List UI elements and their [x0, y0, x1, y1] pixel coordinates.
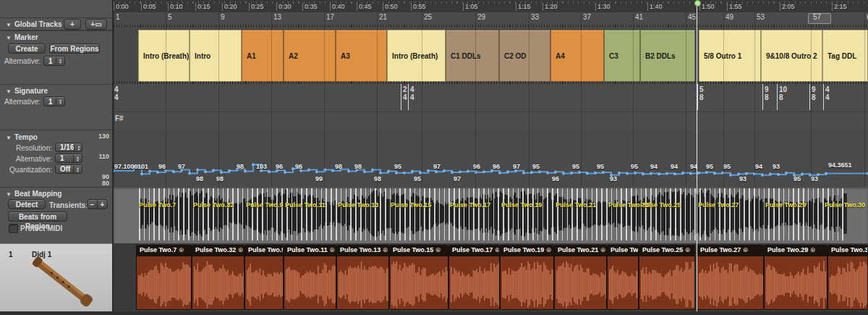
disclosure-triangle-icon[interactable]: ▼: [6, 88, 12, 95]
tempo-node[interactable]: [140, 172, 143, 175]
tempo-node[interactable]: [594, 172, 597, 175]
signature-event[interactable]: 24: [403, 85, 407, 101]
tempo-node[interactable]: [451, 171, 454, 174]
tempo-node[interactable]: [498, 172, 501, 175]
audio-region[interactable]: Pulse Two.17 ⊕: [448, 245, 500, 310]
tempo-node[interactable]: [387, 170, 390, 173]
tempo-node[interactable]: [546, 172, 549, 175]
beat-mapping-lane[interactable]: Pulse Two.7Pulse Two.32Pulse Two.9Pulse …: [114, 187, 868, 244]
tempo-node[interactable]: [586, 172, 589, 175]
tempo-node[interactable]: [618, 172, 621, 175]
tempo-node[interactable]: [371, 168, 374, 171]
marker-region[interactable]: B2 DDLs: [640, 30, 695, 82]
tempo-node[interactable]: [681, 172, 684, 175]
signature-event[interactable]: 44: [825, 85, 830, 101]
audio-region[interactable]: Pulse Two.11 ⊕: [284, 245, 336, 310]
marker-region[interactable]: 5/8 Outro 1: [699, 30, 761, 82]
beat-detect-button[interactable]: Detect: [8, 199, 46, 209]
signature-event[interactable]: 98: [812, 85, 816, 101]
disclosure-triangle-icon[interactable]: ▼: [6, 22, 12, 28]
tempo-node[interactable]: [626, 172, 629, 175]
tempo-quantization-stepper[interactable]: Off▲▼: [55, 164, 82, 174]
stepper-arrows-icon[interactable]: ▲▼: [74, 144, 82, 151]
audio-region[interactable]: Pulse Two.7 ⊕: [136, 245, 192, 310]
tempo-node[interactable]: [673, 172, 676, 175]
tempo-node[interactable]: [801, 172, 804, 175]
signature-event[interactable]: 44: [114, 85, 119, 101]
tempo-node[interactable]: [188, 172, 191, 175]
tempo-node[interactable]: [745, 172, 748, 175]
stepper-arrows-icon[interactable]: ▲▼: [73, 166, 82, 173]
tempo-node[interactable]: [443, 169, 446, 172]
marker-region[interactable]: C1 DDLs: [446, 30, 499, 82]
stepper-arrows-icon[interactable]: ▲▼: [56, 98, 64, 105]
marker-region[interactable]: C2 OD: [499, 30, 550, 82]
tempo-node[interactable]: [777, 173, 780, 176]
marker-alternative-stepper[interactable]: 1▲▼: [43, 56, 65, 66]
marker-region[interactable]: A1: [242, 30, 284, 82]
marker-create-button[interactable]: Create: [8, 43, 46, 54]
marker-region[interactable]: Intro (Breath): [138, 30, 190, 82]
tempo-node[interactable]: [697, 172, 700, 175]
tempo-node[interactable]: [315, 170, 318, 173]
tempo-node[interactable]: [331, 169, 334, 172]
audio-region[interactable]: Pulse Two.9 ⊕: [244, 245, 284, 310]
bottom-scroll-strip[interactable]: [0, 311, 868, 315]
transient-plus-button[interactable]: +: [97, 199, 108, 209]
audio-region[interactable]: Pulse Two.25 ⊕: [639, 245, 695, 310]
tempo-node[interactable]: [642, 172, 644, 175]
tempo-node[interactable]: [689, 172, 692, 175]
tempo-node[interactable]: [729, 174, 732, 177]
tempo-node[interactable]: [244, 170, 247, 173]
tempo-node[interactable]: [538, 170, 541, 173]
audio-region[interactable]: Pulse Two.30 ⊕: [827, 245, 868, 310]
marker-region[interactable]: Intro: [190, 30, 242, 82]
tempo-node[interactable]: [435, 170, 438, 173]
tempo-node[interactable]: [522, 172, 525, 175]
disclosure-triangle-icon[interactable]: ▼: [6, 191, 12, 198]
time-ruler[interactable]: 0:000:050:100:150:200:250:300:350:400:45…: [114, 0, 868, 13]
audio-region[interactable]: Pulse Two.23 ⊕: [607, 245, 639, 310]
marker-region[interactable]: C3: [604, 30, 640, 82]
configure-global-tracks-button[interactable]: +▭: [85, 19, 107, 30]
tempo-node[interactable]: [252, 163, 255, 166]
marker-region[interactable]: A3: [336, 30, 387, 82]
signature-event[interactable]: 108: [779, 85, 787, 101]
tempo-node[interactable]: [482, 170, 485, 173]
marker-region[interactable]: A4: [550, 30, 604, 82]
tempo-node[interactable]: [172, 170, 175, 173]
beats-from-region-button[interactable]: Beats from Region: [8, 211, 67, 222]
audio-track-lane[interactable]: Pulse Two.7 ⊕Pulse Two.32 ⊕Pulse Two.9 ⊕…: [114, 243, 868, 311]
stepper-arrows-icon[interactable]: ▲▼: [73, 155, 82, 162]
tempo-node[interactable]: [292, 167, 294, 170]
tempo-node[interactable]: [268, 170, 271, 173]
tempo-node[interactable]: [212, 169, 215, 172]
audio-region[interactable]: Pulse Two.15 ⊕: [389, 245, 448, 310]
tempo-node[interactable]: [562, 172, 565, 175]
tempo-node[interactable]: [570, 172, 573, 175]
tempo-node[interactable]: [506, 170, 509, 173]
tempo-node[interactable]: [761, 174, 764, 177]
add-global-track-button[interactable]: +: [64, 19, 81, 30]
tempo-node[interactable]: [411, 170, 414, 173]
signature-event[interactable]: 98: [765, 85, 769, 101]
marker-region[interactable]: Intro (Breath): [387, 30, 446, 82]
tempo-node[interactable]: [196, 168, 199, 171]
tempo-node[interactable]: [204, 170, 207, 173]
tempo-node[interactable]: [554, 170, 557, 173]
tempo-node[interactable]: [395, 172, 398, 175]
tempo-node[interactable]: [307, 168, 310, 171]
tempo-node[interactable]: [650, 172, 652, 175]
tempo-node[interactable]: [427, 169, 430, 172]
marker-from-regions-button[interactable]: From Regions: [49, 43, 100, 54]
marker-region[interactable]: Tag DDL: [822, 30, 868, 82]
tempo-node[interactable]: [467, 170, 469, 173]
tempo-node[interactable]: [825, 172, 827, 175]
tempo-node[interactable]: [379, 172, 382, 175]
audio-region[interactable]: Pulse Two.19 ⊕: [500, 245, 554, 310]
marker-region[interactable]: 9&10/8 Outro 2: [761, 30, 822, 82]
audio-region[interactable]: Pulse Two.32 ⊕: [192, 245, 244, 310]
tempo-node[interactable]: [403, 172, 406, 175]
audio-region[interactable]: Pulse Two.29 ⊕: [764, 245, 827, 310]
tempo-node[interactable]: [220, 171, 223, 174]
